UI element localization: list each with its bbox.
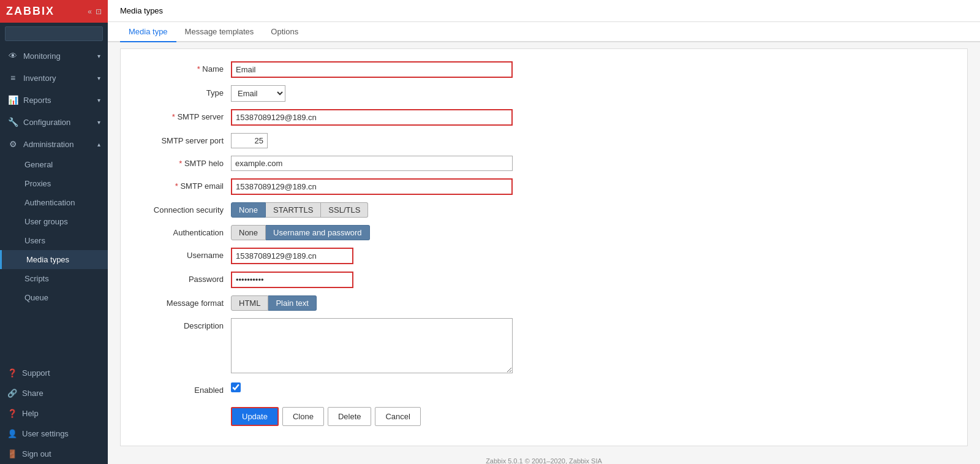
sidebar-item-administration[interactable]: ⚙ Administration ▴: [0, 133, 108, 155]
smtp-helo-row: SMTP helo: [133, 156, 955, 171]
msg-format-label: Message format: [133, 295, 231, 308]
name-row: Name: [133, 61, 955, 78]
sidebar-label-monitoring: Monitoring: [23, 51, 61, 61]
enabled-checkbox[interactable]: [231, 382, 241, 392]
delete-button[interactable]: Delete: [328, 407, 372, 426]
sidebar-sub-media-types[interactable]: Media types: [0, 250, 108, 269]
type-field-container: Email SMS Script Webhook: [231, 85, 513, 102]
smtp-port-row: SMTP server port: [133, 133, 955, 148]
username-input[interactable]: [231, 248, 353, 264]
smtp-helo-input[interactable]: [231, 156, 513, 171]
sidebar-item-share[interactable]: 🔗 Share: [0, 383, 108, 403]
msg-format-row: Message format HTML Plain text: [133, 295, 955, 311]
auth-username-password[interactable]: Username and password: [266, 225, 370, 240]
sidebar-label-configuration: Configuration: [23, 118, 70, 127]
conn-security-starttls[interactable]: STARTTLS: [266, 202, 321, 218]
sidebar-item-reports[interactable]: 📊 Reports ▾: [0, 89, 108, 111]
share-icon: 🔗: [7, 389, 17, 398]
action-buttons: Update Clone Delete Cancel: [231, 407, 513, 426]
username-field-container: [231, 248, 513, 264]
action-buttons-row: Update Clone Delete Cancel: [133, 402, 955, 426]
smtp-server-input[interactable]: [231, 109, 513, 126]
resize-icon[interactable]: ⊡: [96, 7, 102, 16]
conn-security-group: None STARTTLS SSL/TLS: [231, 202, 513, 218]
sidebar-item-help[interactable]: ❓ Help: [0, 403, 108, 424]
page-title: Media types: [120, 6, 163, 15]
sidebar-item-user-settings[interactable]: 👤 User settings: [0, 424, 108, 444]
conn-security-ssltls[interactable]: SSL/TLS: [321, 202, 368, 218]
smtp-email-row: SMTP email: [133, 178, 955, 195]
password-field-container: [231, 272, 513, 288]
sidebar-sub-scripts[interactable]: Scripts: [0, 269, 108, 288]
inventory-icon: ≡: [7, 73, 18, 83]
footer: Zabbix 5.0.1 © 2001–2020, Zabbix SIA: [108, 452, 980, 464]
tabs-container: Media type Message templates Options: [108, 22, 980, 42]
smtp-port-input[interactable]: [231, 133, 268, 148]
sidebar-label-help: Help: [22, 409, 39, 418]
description-field-container: [231, 318, 513, 375]
smtp-email-label: SMTP email: [133, 178, 231, 191]
main-content: Media types Media type Message templates…: [108, 0, 980, 464]
sidebar-item-sign-out[interactable]: 🚪 Sign out: [0, 444, 108, 464]
sidebar-sub-user-groups[interactable]: User groups: [0, 212, 108, 231]
msg-format-group: HTML Plain text: [231, 295, 513, 311]
sidebar-sub-users[interactable]: Users: [0, 231, 108, 250]
type-select[interactable]: Email SMS Script Webhook: [231, 85, 285, 102]
sidebar-sub-general[interactable]: General: [0, 155, 108, 174]
tab-options[interactable]: Options: [262, 22, 307, 42]
conn-security-none[interactable]: None: [231, 202, 266, 218]
sidebar-sub-proxies[interactable]: Proxies: [0, 174, 108, 193]
search-input[interactable]: [5, 26, 103, 41]
footer-copyright: Zabbix 5.0.1 © 2001–2020, Zabbix SIA: [486, 457, 602, 464]
username-label: Username: [133, 248, 231, 260]
sidebar-item-configuration[interactable]: 🔧 Configuration ▾: [0, 111, 108, 133]
enabled-field-container: [231, 382, 513, 392]
name-field-container: [231, 61, 513, 78]
smtp-helo-field-container: [231, 156, 513, 171]
support-icon: ❓: [7, 368, 17, 378]
sidebar-controls: « ⊡: [88, 7, 102, 16]
chevron-administration: ▴: [97, 141, 100, 148]
sidebar-sub-authentication[interactable]: Authentication: [0, 193, 108, 212]
sidebar-sub-queue[interactable]: Queue: [0, 288, 108, 307]
clone-button[interactable]: Clone: [282, 407, 324, 426]
name-input[interactable]: [231, 61, 513, 78]
smtp-port-field-container: [231, 133, 513, 148]
sidebar-bottom: ❓ Support 🔗 Share ❓ Help 👤 User settings…: [0, 363, 108, 464]
smtp-email-field-container: [231, 178, 513, 195]
cancel-button[interactable]: Cancel: [375, 407, 420, 426]
password-input[interactable]: [231, 272, 353, 288]
sidebar-item-support[interactable]: ❓ Support: [0, 363, 108, 383]
auth-none[interactable]: None: [231, 225, 266, 240]
msg-format-html[interactable]: HTML: [231, 295, 268, 311]
help-icon: ❓: [7, 409, 17, 418]
sidebar-label-sign-out: Sign out: [22, 449, 51, 458]
chevron-reports: ▾: [97, 97, 100, 104]
sidebar-label-support: Support: [22, 368, 50, 378]
update-button[interactable]: Update: [231, 407, 279, 426]
description-label: Description: [133, 318, 231, 330]
action-buttons-container: Update Clone Delete Cancel: [231, 402, 513, 426]
smtp-server-field-container: [231, 109, 513, 126]
sidebar-search-area: [0, 23, 108, 45]
tab-message-templates[interactable]: Message templates: [176, 22, 263, 42]
description-textarea[interactable]: [231, 318, 513, 373]
tab-media-type[interactable]: Media type: [120, 22, 176, 42]
type-row: Type Email SMS Script Webhook: [133, 85, 955, 102]
name-label: Name: [133, 61, 231, 74]
sidebar-item-inventory[interactable]: ≡ Inventory ▾: [0, 67, 108, 89]
sidebar-label-share: Share: [22, 389, 43, 398]
password-label: Password: [133, 272, 231, 284]
chevron-monitoring: ▾: [97, 53, 100, 59]
reports-icon: 📊: [7, 95, 18, 105]
msg-format-plaintext[interactable]: Plain text: [268, 295, 316, 311]
auth-row: Authentication None Username and passwor…: [133, 225, 955, 240]
smtp-email-input[interactable]: [231, 178, 513, 195]
user-settings-icon: 👤: [7, 429, 17, 438]
conn-security-label: Connection security: [133, 202, 231, 215]
password-row: Password: [133, 272, 955, 288]
main-header: Media types: [108, 0, 980, 22]
collapse-icon[interactable]: «: [88, 7, 92, 16]
auth-group: None Username and password: [231, 225, 513, 240]
sidebar-item-monitoring[interactable]: 👁 Monitoring ▾: [0, 45, 108, 67]
